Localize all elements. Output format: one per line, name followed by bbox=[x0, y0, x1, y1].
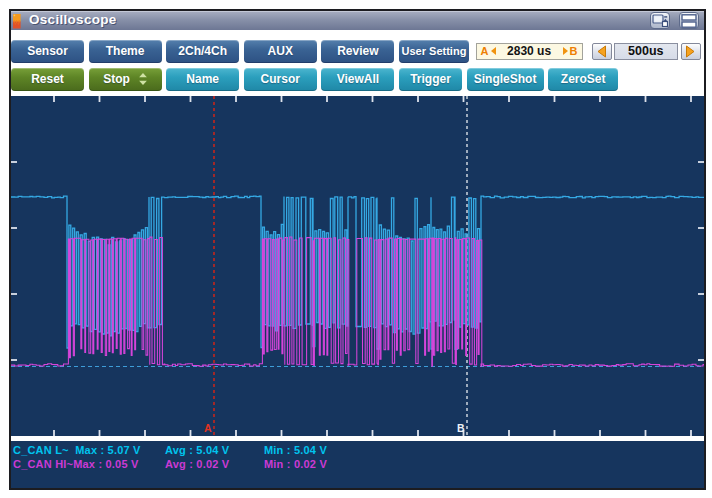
button-label: Cursor bbox=[261, 72, 300, 86]
button-name[interactable]: Name bbox=[166, 68, 239, 92]
split-horizontal-icon bbox=[681, 14, 697, 28]
timebase-increase-button[interactable] bbox=[681, 43, 701, 61]
channel-min-readout: Min : 0.02 V bbox=[264, 458, 327, 472]
window-title: Oscilloscope bbox=[29, 12, 117, 27]
scope-display: AB bbox=[11, 96, 704, 436]
button-sensor[interactable]: Sensor bbox=[11, 40, 84, 64]
button-label: ZeroSet bbox=[561, 72, 606, 86]
popup-window-button[interactable] bbox=[650, 12, 670, 29]
cursor-a-label: A bbox=[204, 422, 212, 434]
trace-c-can-l bbox=[11, 196, 704, 349]
cursor-a-marker: A bbox=[481, 45, 496, 57]
triangle-right-icon bbox=[563, 47, 568, 55]
toolbar-bottom: ResetStopNameCursorViewAllTriggerSingleS… bbox=[11, 68, 704, 92]
cursor-b-marker: B bbox=[563, 45, 578, 57]
channel-avg-readout: Avg : 5.04 V bbox=[165, 444, 264, 458]
channel-max-readout: C_CAN HI~Max : 0.05 V bbox=[13, 458, 165, 472]
cursor-b-letter: B bbox=[570, 45, 578, 57]
button-user-setting[interactable]: User Setting bbox=[399, 40, 469, 64]
timebase-decrease-button[interactable] bbox=[592, 43, 612, 61]
timebase-value[interactable]: 500us bbox=[614, 43, 679, 61]
arrow-right-icon bbox=[685, 45, 696, 58]
button-viewall[interactable]: ViewAll bbox=[321, 68, 394, 92]
button-label: Reset bbox=[31, 72, 64, 86]
channel-max-readout: C_CAN L~ Max : 5.07 V bbox=[13, 444, 165, 458]
channel-avg-readout: Avg : 0.02 V bbox=[165, 458, 264, 472]
measurement-row: C_CAN HI~Max : 0.05 VAvg : 0.02 VMin : 0… bbox=[13, 458, 704, 472]
spinner-wrap bbox=[139, 73, 147, 85]
titlebar: Oscilloscope bbox=[11, 11, 704, 30]
cursor-delta-value: 2830 us bbox=[496, 44, 563, 58]
waveform-plot: AB bbox=[11, 96, 704, 436]
button-2ch-4ch[interactable]: 2Ch/4Ch bbox=[166, 40, 239, 64]
channel-min-readout: Min : 5.04 V bbox=[264, 444, 327, 458]
button-review[interactable]: Review bbox=[321, 40, 394, 64]
popup-window-icon bbox=[652, 14, 668, 27]
arrow-left-icon bbox=[596, 45, 607, 58]
button-aux[interactable]: AUX bbox=[244, 40, 317, 64]
button-singleshot[interactable]: SingleShot bbox=[467, 68, 544, 92]
button-cursor[interactable]: Cursor bbox=[244, 68, 317, 92]
toolbar-top: SensorTheme2Ch/4ChAUXReviewUser Setting … bbox=[11, 40, 704, 64]
button-theme[interactable]: Theme bbox=[89, 40, 162, 64]
button-label: Trigger bbox=[410, 72, 451, 86]
button-label: ViewAll bbox=[337, 72, 379, 86]
button-trigger[interactable]: Trigger bbox=[399, 68, 462, 92]
button-reset[interactable]: Reset bbox=[11, 68, 84, 92]
button-stop[interactable]: Stop bbox=[89, 68, 162, 92]
cursor-b-label: B bbox=[457, 422, 465, 434]
cursor-a-letter: A bbox=[481, 45, 489, 57]
button-label: Name bbox=[186, 72, 219, 86]
spinner-up-down-icon bbox=[139, 73, 147, 85]
split-horizontal-button[interactable] bbox=[679, 12, 699, 29]
measurement-panel: C_CAN L~ Max : 5.07 VAvg : 5.04 VMin : 5… bbox=[11, 441, 704, 488]
button-zeroset[interactable]: ZeroSet bbox=[548, 68, 618, 92]
measurement-row: C_CAN L~ Max : 5.07 VAvg : 5.04 VMin : 5… bbox=[13, 444, 704, 458]
cursor-ab-readout[interactable]: A 2830 us B bbox=[476, 43, 583, 61]
oscilloscope-window: Oscilloscope SensorTheme2Ch/4ChAUXReview… bbox=[9, 9, 706, 490]
app-logo-icon bbox=[12, 13, 22, 29]
button-label: Stop bbox=[103, 72, 130, 86]
button-label: SingleShot bbox=[474, 72, 537, 86]
